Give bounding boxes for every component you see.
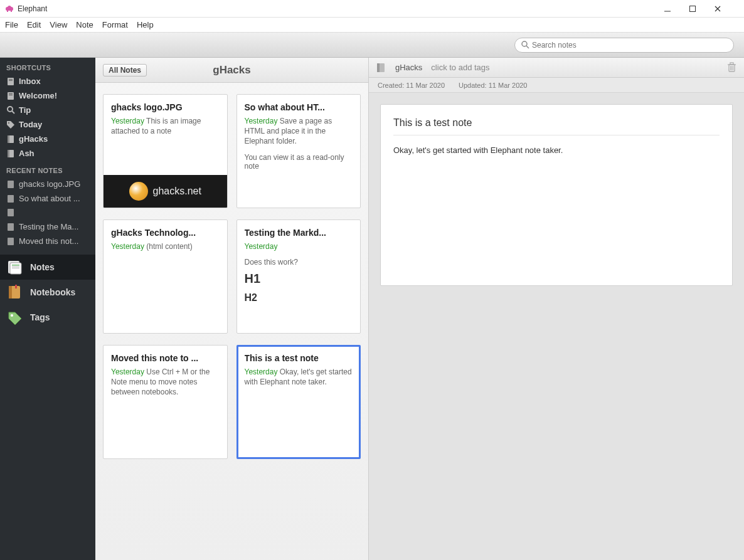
menu-format[interactable]: Format — [102, 20, 128, 29]
note-icon — [6, 180, 15, 189]
note-card-meta: Yesterday (html content) — [111, 241, 220, 251]
note-icon — [6, 77, 15, 86]
menu-file[interactable]: File — [5, 20, 18, 29]
svg-rect-20 — [8, 195, 14, 203]
search-icon — [6, 106, 15, 115]
add-tags-prompt[interactable]: click to add tags — [431, 63, 489, 72]
shortcut-welcome[interactable]: Welcome! — [0, 88, 95, 103]
notebook-icon — [376, 63, 386, 73]
note-card-selected[interactable]: This is a test note Yesterday Okay, let'… — [236, 345, 361, 459]
note-list-header: All Notes gHacks — [95, 58, 368, 83]
search-box[interactable] — [514, 38, 734, 53]
notebook-icon — [6, 135, 15, 144]
note-card-meta: Yesterday — [245, 241, 353, 251]
ghacks-logo-icon — [129, 182, 148, 201]
nav-tags[interactable]: Tags — [0, 305, 95, 330]
note-icon — [6, 237, 15, 246]
note-card-extra: You can view it as a read-only note — [245, 153, 353, 171]
note-list-column: All Notes gHacks ghacks logo.JPG Yesterd… — [95, 58, 369, 560]
svg-line-5 — [526, 46, 529, 48]
recent-note[interactable]: Testing the Ma... — [0, 219, 95, 234]
menubar: File Edit View Note Format Help — [0, 18, 744, 33]
close-button[interactable] — [714, 5, 739, 13]
search-icon — [521, 41, 529, 49]
svg-rect-10 — [9, 93, 13, 94]
app-icon — [5, 4, 14, 13]
shortcut-ghacks[interactable]: gHacks — [0, 132, 95, 146]
note-card[interactable]: So what about HT... Yesterday Save a pag… — [236, 94, 361, 208]
tag-icon — [6, 120, 15, 129]
shortcut-label: Tip — [19, 105, 31, 115]
svg-rect-31 — [15, 285, 17, 288]
menu-note[interactable]: Note — [76, 20, 93, 29]
note-editor[interactable]: This is a test note Okay, let's get star… — [380, 104, 733, 286]
recent-note[interactable]: So what about ... — [0, 191, 95, 206]
updated-date: Updated: 11 Mar 2020 — [459, 82, 527, 89]
shortcut-inbox[interactable]: Inbox — [0, 74, 95, 88]
all-notes-button[interactable]: All Notes — [103, 64, 147, 77]
trash-icon[interactable] — [727, 62, 736, 73]
svg-rect-1 — [690, 6, 696, 11]
titlebar: Elephant — [0, 0, 744, 18]
tags-icon — [6, 310, 24, 325]
note-card[interactable]: Moved this note to ... Yesterday Use Ctr… — [103, 345, 228, 459]
shortcut-label: Today — [19, 120, 42, 129]
note-card[interactable]: Testing the Markd... Yesterday Does this… — [236, 219, 361, 334]
note-card[interactable]: ghacks logo.JPG Yesterday This is an ima… — [103, 94, 228, 208]
shortcuts-header: SHORTCUTS — [0, 58, 95, 74]
svg-rect-21 — [8, 209, 14, 216]
minimize-button[interactable] — [664, 5, 689, 13]
recent-note[interactable]: ghacks logo.JPG — [0, 177, 95, 191]
svg-rect-16 — [8, 135, 9, 143]
svg-rect-8 — [9, 80, 13, 81]
note-card-h1: H1 — [245, 272, 353, 286]
nav-notes[interactable]: Notes — [0, 255, 95, 280]
svg-rect-9 — [8, 92, 14, 100]
note-cards-grid[interactable]: ghacks logo.JPG Yesterday This is an ima… — [95, 83, 368, 560]
shortcut-ash[interactable]: Ash — [0, 146, 95, 161]
note-card-meta: Yesterday Save a page as HTML and place … — [245, 116, 353, 147]
svg-rect-30 — [9, 286, 12, 298]
toolbar — [0, 33, 744, 58]
note-content[interactable]: Okay, let's get started with Elephant no… — [393, 145, 720, 155]
window-title: Elephant — [18, 4, 664, 13]
note-title[interactable]: This is a test note — [393, 117, 720, 135]
note-card-thumbnail: ghacks.net — [104, 175, 227, 208]
created-date: Created: 11 Mar 2020 — [378, 82, 445, 89]
menu-edit[interactable]: Edit — [27, 20, 41, 29]
note-card-meta: Yesterday Use Ctrl + M or the Note menu … — [111, 367, 220, 398]
note-icon — [6, 194, 15, 203]
note-card-title: So what about HT... — [245, 102, 353, 112]
menu-help[interactable]: Help — [137, 20, 154, 29]
note-detail-header: gHacks click to add tags — [369, 58, 744, 78]
note-card-title: gHacks Technolog... — [111, 228, 220, 238]
sidebar: SHORTCUTS Inbox Welcome! Tip Today gHack… — [0, 58, 95, 560]
shortcut-tip[interactable]: Tip — [0, 103, 95, 117]
recent-header: RECENT NOTES — [0, 161, 95, 177]
note-card-meta: Yesterday This is an image attached to a… — [111, 116, 220, 136]
detail-notebook-name[interactable]: gHacks — [395, 63, 422, 72]
svg-point-12 — [8, 107, 13, 112]
shortcut-label: Welcome! — [19, 91, 57, 100]
svg-rect-23 — [8, 238, 14, 245]
note-card[interactable]: gHacks Technolog... Yesterday (html cont… — [103, 219, 228, 334]
svg-rect-6 — [8, 78, 14, 85]
recent-note[interactable] — [0, 206, 95, 219]
nav-notebooks[interactable]: Notebooks — [0, 280, 95, 305]
shortcut-today[interactable]: Today — [0, 117, 95, 132]
menu-view[interactable]: View — [50, 20, 67, 29]
recent-note[interactable]: Moved this not... — [0, 234, 95, 248]
search-input[interactable] — [532, 41, 727, 50]
svg-line-13 — [12, 111, 14, 114]
svg-point-32 — [11, 314, 13, 317]
svg-rect-22 — [8, 223, 14, 231]
svg-point-4 — [522, 41, 527, 46]
maximize-button[interactable] — [689, 5, 714, 13]
notes-icon — [6, 260, 24, 275]
note-card-title: Testing the Markd... — [245, 228, 353, 238]
note-icon — [6, 208, 15, 217]
note-detail-column: gHacks click to add tags Created: 11 Mar… — [369, 58, 744, 560]
note-card-title: ghacks logo.JPG — [111, 102, 220, 112]
notebooks-icon — [6, 285, 24, 300]
shortcut-label: Inbox — [19, 77, 41, 86]
